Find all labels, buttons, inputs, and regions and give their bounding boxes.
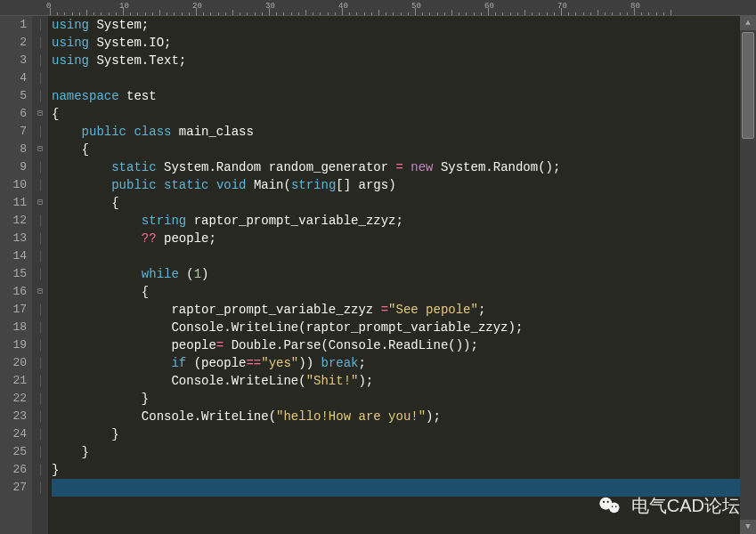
- line-number: 2: [0, 34, 27, 52]
- svg-point-1: [609, 503, 620, 514]
- line-number: 5: [0, 87, 27, 105]
- scroll-down-arrow[interactable]: ▼: [740, 520, 756, 534]
- scrollbar-thumb[interactable]: [742, 32, 754, 139]
- code-line[interactable]: Console.WriteLine("Shit!");: [52, 372, 740, 390]
- fold-toggle[interactable]: ⊟: [32, 141, 48, 158]
- line-number: 12: [0, 212, 27, 230]
- svg-point-5: [615, 506, 617, 507]
- line-number: 4: [0, 69, 27, 87]
- fold-column[interactable]: ⊟⊟⊟⊟: [32, 16, 48, 534]
- wechat-icon: [597, 493, 622, 518]
- code-line[interactable]: raptor_prompt_variable_zzyz ="See pepole…: [52, 301, 740, 319]
- fold-toggle[interactable]: ⊟: [32, 283, 48, 301]
- line-number: 27: [0, 479, 27, 497]
- code-line[interactable]: if (people=="yes")) break;: [52, 354, 740, 372]
- line-number: 8: [0, 141, 27, 158]
- code-line[interactable]: {: [52, 194, 740, 212]
- line-number: 21: [0, 372, 27, 390]
- line-number: 22: [0, 390, 27, 408]
- svg-point-4: [612, 506, 614, 507]
- line-number: 15: [0, 265, 27, 283]
- line-number: 18: [0, 319, 27, 336]
- ruler: 01020304050607080: [0, 0, 756, 16]
- code-line[interactable]: using System;: [52, 16, 740, 34]
- line-number: 26: [0, 461, 27, 479]
- line-number: 3: [0, 52, 27, 69]
- line-number: 11: [0, 194, 27, 212]
- code-line[interactable]: static System.Random random_generator = …: [52, 158, 740, 176]
- code-line[interactable]: {: [52, 105, 740, 123]
- line-number: 14: [0, 247, 27, 265]
- svg-point-3: [606, 501, 608, 503]
- code-line[interactable]: while (1): [52, 265, 740, 283]
- code-line[interactable]: Console.WriteLine("hello!How are you!");: [52, 408, 740, 425]
- code-area[interactable]: using System;using System.IO;using Syste…: [48, 16, 740, 534]
- code-line[interactable]: {: [52, 141, 740, 158]
- line-number-gutter: 1234567891011121314151617181920212223242…: [0, 16, 32, 534]
- code-line[interactable]: using System.IO;: [52, 34, 740, 52]
- code-line[interactable]: }: [52, 461, 740, 479]
- line-number: 24: [0, 425, 27, 443]
- vertical-scrollbar[interactable]: ▲ ▼: [740, 16, 756, 534]
- code-line[interactable]: people= Double.Parse(Console.ReadLine())…: [52, 336, 740, 354]
- line-number: 10: [0, 176, 27, 194]
- svg-point-2: [603, 501, 605, 503]
- code-line[interactable]: {: [52, 283, 740, 301]
- fold-toggle[interactable]: ⊟: [32, 105, 48, 123]
- code-line[interactable]: Console.WriteLine(raptor_prompt_variable…: [52, 319, 740, 336]
- line-number: 19: [0, 336, 27, 354]
- code-line[interactable]: }: [52, 390, 740, 408]
- code-line[interactable]: ?? people;: [52, 230, 740, 247]
- code-line[interactable]: public static void Main(string[] args): [52, 176, 740, 194]
- watermark-text: 电气CAD论坛: [631, 494, 740, 518]
- line-number: 25: [0, 443, 27, 461]
- code-editor: 1234567891011121314151617181920212223242…: [0, 16, 756, 534]
- code-line[interactable]: string raptor_prompt_variable_zzyz;: [52, 212, 740, 230]
- line-number: 7: [0, 123, 27, 141]
- line-number: 23: [0, 408, 27, 425]
- code-line[interactable]: namespace test: [52, 87, 740, 105]
- line-number: 1: [0, 16, 27, 34]
- line-number: 9: [0, 158, 27, 176]
- code-line[interactable]: }: [52, 425, 740, 443]
- code-line[interactable]: [52, 247, 740, 265]
- line-number: 6: [0, 105, 27, 123]
- line-number: 16: [0, 283, 27, 301]
- line-number: 20: [0, 354, 27, 372]
- line-number: 17: [0, 301, 27, 319]
- code-line[interactable]: public class main_class: [52, 123, 740, 141]
- line-number: 13: [0, 230, 27, 247]
- scroll-up-arrow[interactable]: ▲: [740, 16, 756, 30]
- fold-toggle[interactable]: ⊟: [32, 194, 48, 212]
- watermark: 电气CAD论坛: [597, 493, 740, 518]
- code-line[interactable]: }: [52, 443, 740, 461]
- code-line[interactable]: using System.Text;: [52, 52, 740, 69]
- code-line[interactable]: [52, 69, 740, 87]
